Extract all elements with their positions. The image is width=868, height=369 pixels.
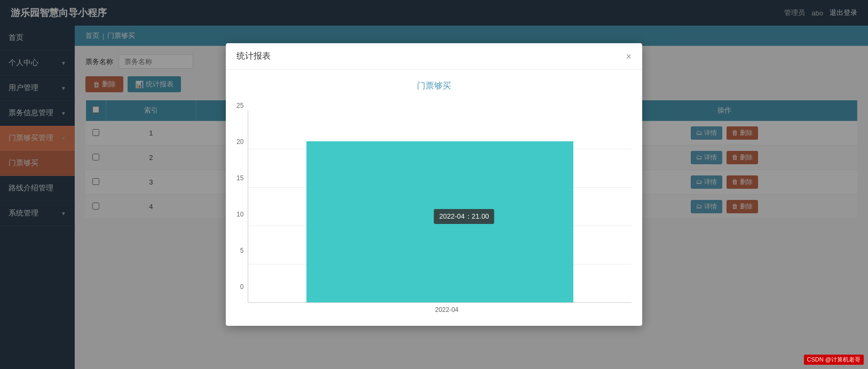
modal-body: 门票够买 25 20 15 10 5 0 [226,70,642,326]
y-label-5: 5 [236,245,243,256]
stats-modal: 统计报表 × 门票够买 25 20 15 10 5 0 [226,43,642,326]
chart-area: 25 20 15 10 5 0 2022-04：21.00 [236,100,632,303]
chart-title: 门票够买 [236,81,632,92]
modal-overlay[interactable]: 统计报表 × 门票够买 25 20 15 10 5 0 [0,0,868,369]
y-axis: 25 20 15 10 5 0 [236,100,243,292]
modal-title: 统计报表 [236,51,271,62]
x-label-2022-04: 2022-04 [435,306,459,314]
chart-container: 门票够买 25 20 15 10 5 0 [236,81,632,315]
modal-header: 统计报表 × [226,43,642,70]
y-label-10: 10 [236,209,243,220]
modal-close-button[interactable]: × [626,52,632,61]
y-label-20: 20 [236,137,243,147]
y-label-25: 25 [236,100,243,111]
y-label-0: 0 [236,282,243,292]
bar-tooltip: 2022-04：21.00 [434,209,494,224]
y-label-15: 15 [236,173,243,183]
chart-plot: 2022-04：21.00 [248,111,632,303]
x-axis: 2022-04 [236,306,632,314]
bar-group: 2022-04：21.00 [248,141,632,302]
csdn-badge: CSDN @计算机老哥 [804,355,864,365]
bar-2022-04[interactable]: 2022-04：21.00 [306,141,573,302]
